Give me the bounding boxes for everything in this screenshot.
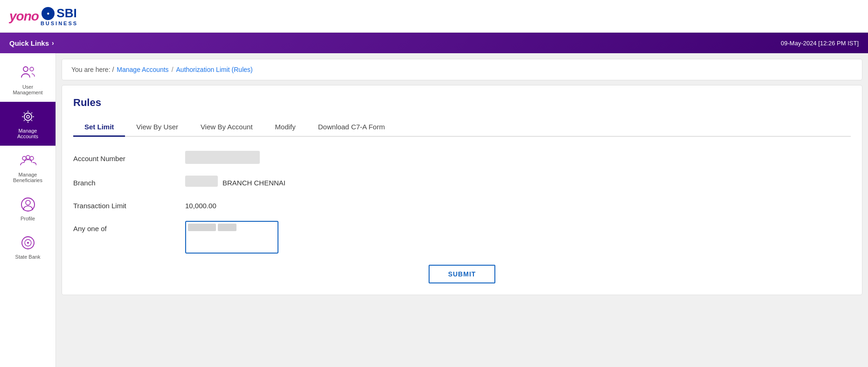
branch-masked-code — [185, 176, 218, 187]
submit-button[interactable]: SUBMIT — [429, 265, 496, 283]
svg-point-2 — [24, 113, 32, 120]
any-one-of-label: Any one of — [73, 221, 185, 233]
sbi-text: SBI — [56, 6, 76, 21]
form-row-branch: Branch BRANCH CHENNAI — [73, 175, 851, 187]
dropdown-chip-1 — [188, 224, 216, 231]
yono-logo: yono — [9, 9, 39, 24]
submit-area: SUBMIT — [73, 265, 851, 283]
sidebar-item-profile[interactable]: Profile — [0, 190, 56, 228]
manage-accounts-icon — [20, 108, 36, 125]
sidebar-item-manage-beneficiaries[interactable]: ManageBeneficiaries — [0, 146, 56, 190]
svg-point-0 — [23, 67, 28, 71]
tab-modify[interactable]: Modify — [264, 118, 307, 137]
sidebar-item-label-user-management: UserManagement — [13, 84, 42, 95]
sbi-logo-wrap: ● SBI BUSINESS — [41, 6, 78, 26]
branch-container: BRANCH CHENNAI — [185, 175, 285, 187]
main-layout: UserManagement ManageAccounts ManageBe — [0, 53, 868, 367]
sidebar: UserManagement ManageAccounts ManageBe — [0, 53, 56, 367]
user-management-icon — [20, 64, 36, 81]
any-one-of-dropdown[interactable] — [185, 221, 278, 254]
sidebar-item-state-bank[interactable]: State Bank — [0, 228, 56, 266]
sidebar-item-manage-accounts[interactable]: ManageAccounts — [0, 102, 56, 146]
profile-icon — [20, 196, 36, 213]
transaction-limit-value: 10,000.00 — [185, 198, 216, 210]
rules-title: Rules — [73, 97, 851, 109]
tab-set-limit[interactable]: Set Limit — [73, 118, 125, 137]
sbi-row: ● SBI — [42, 6, 76, 21]
breadcrumb-separator: / — [172, 66, 174, 73]
quick-links-text: Quick Links — [9, 39, 49, 47]
rules-card: Rules Set Limit View By User View By Acc… — [62, 85, 862, 295]
sidebar-item-user-management[interactable]: UserManagement — [0, 58, 56, 102]
svg-point-6 — [30, 156, 34, 160]
svg-point-4 — [22, 156, 26, 160]
sidebar-item-label-state-bank: State Bank — [15, 254, 41, 260]
transaction-limit-label: Transaction Limit — [73, 198, 185, 210]
tab-download-c7a[interactable]: Download C7-A Form — [307, 118, 396, 137]
breadcrumb-authorization-limit[interactable]: Authorization Limit (Rules) — [176, 66, 253, 73]
breadcrumb: You are here: / Manage Accounts / Author… — [62, 59, 862, 80]
quick-links-button[interactable]: Quick Links › — [9, 39, 54, 47]
breadcrumb-manage-accounts[interactable]: Manage Accounts — [117, 66, 168, 73]
tab-view-by-account[interactable]: View By Account — [189, 118, 264, 137]
svg-point-8 — [26, 200, 30, 205]
tabs-bar: Set Limit View By User View By Account M… — [73, 118, 851, 137]
manage-beneficiaries-icon — [20, 152, 36, 169]
breadcrumb-prefix: You are here: / — [71, 66, 114, 73]
sidebar-item-label-manage-accounts: ManageAccounts — [17, 128, 38, 139]
svg-point-1 — [30, 67, 34, 71]
sidebar-item-label-manage-beneficiaries: ManageBeneficiaries — [13, 172, 42, 183]
form-row-any-one-of: Any one of — [73, 221, 851, 254]
svg-point-11 — [27, 242, 29, 244]
quick-links-bar: Quick Links › 09-May-2024 [12:26 PM IST] — [0, 33, 868, 53]
branch-value: BRANCH CHENNAI — [222, 175, 285, 187]
branch-label: Branch — [73, 175, 185, 187]
sidebar-item-label-profile: Profile — [21, 216, 35, 221]
form-row-transaction-limit: Transaction Limit 10,000.00 — [73, 198, 851, 210]
quick-links-arrow-icon: › — [52, 39, 54, 47]
account-number-input[interactable] — [185, 151, 260, 164]
state-bank-icon — [20, 234, 36, 251]
sbi-circle-icon: ● — [42, 7, 55, 20]
form-row-account-number: Account Number — [73, 151, 851, 164]
business-label: BUSINESS — [41, 21, 78, 26]
header: yono ● SBI BUSINESS — [0, 0, 868, 33]
content-area: You are here: / Manage Accounts / Author… — [56, 53, 868, 367]
dropdown-chip-2 — [218, 224, 236, 231]
account-number-label: Account Number — [73, 151, 185, 162]
svg-point-5 — [26, 155, 30, 159]
svg-point-3 — [27, 115, 29, 118]
tab-view-by-user[interactable]: View By User — [125, 118, 189, 137]
datetime-display: 09-May-2024 [12:26 PM IST] — [781, 40, 859, 47]
dropdown-chips — [188, 224, 276, 231]
logo-area: yono ● SBI BUSINESS — [9, 6, 78, 26]
